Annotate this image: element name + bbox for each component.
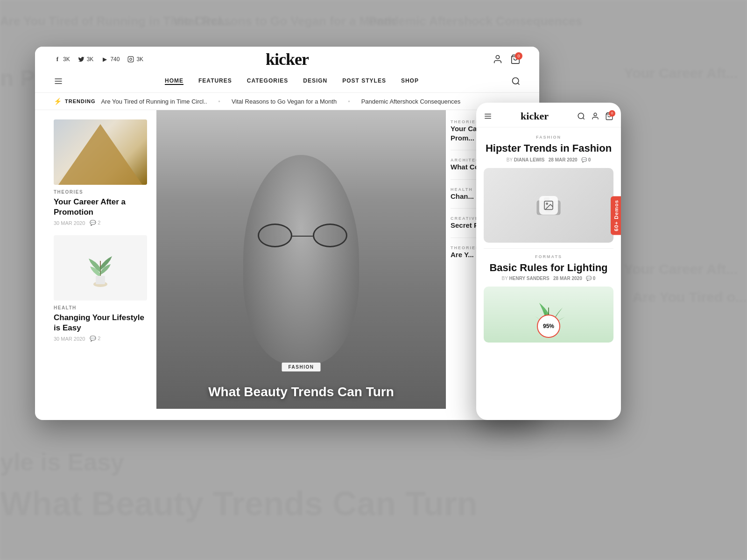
mobile-search-icon[interactable] [577,112,585,121]
demos-tab[interactable]: 60+ Demos [611,196,621,235]
cart-button[interactable]: 0 [510,54,521,64]
mobile-header: kicker 0 [476,103,621,127]
mobile-logo[interactable]: kicker [521,110,549,122]
mobile-plant-image[interactable]: 95% [484,287,613,343]
mobile-cart-count: 0 [609,110,615,117]
header-actions: 0 [493,54,521,64]
mobile-hamburger[interactable] [484,112,492,121]
social-links: f 3K 3K ▶ 740 3K [54,56,143,63]
article-category-theories: THEORIES [54,189,147,195]
comment-icon-career: 💬 2 [90,220,100,226]
hero-title: What Beauty Trends Can Turn [208,385,394,399]
svg-point-26 [546,203,548,204]
youtube-icon: ▶ [101,56,108,63]
trending-item-2[interactable]: Pandemic Aftershock Consequences [361,98,460,105]
mobile-user-icon[interactable] [591,112,599,121]
twitter-count: 3K [87,56,94,63]
content-area: THEORIES Your Career After a Promotion 3… [35,110,539,409]
svg-rect-10 [96,276,105,284]
site-logo[interactable]: kicker [266,49,309,69]
mobile-image-card[interactable] [484,168,613,243]
site-header: f 3K 3K ▶ 740 3K [35,47,539,93]
nav-shop[interactable]: SHOP [401,77,419,85]
main-nav: HOME FEATURES CATEGORIES DESIGN POST STY… [54,70,521,92]
youtube-count: 740 [110,56,120,63]
desktop-mockup: f 3K 3K ▶ 740 3K [35,47,539,420]
hero-badge: FASHION [282,363,321,371]
mobile-mockup: kicker 0 FASHION Hipster Trends in Fashi… [476,103,621,420]
percent-badge: 95% [537,315,560,338]
article-img-career[interactable] [54,119,147,185]
article-title-lifestyle[interactable]: Changing Your Lifestyle is Easy [54,313,147,333]
svg-line-15 [583,118,584,119]
mobile-date: 28 MAR 2020 [549,157,578,162]
facebook-icon: f [54,56,61,63]
header-top: f 3K 3K ▶ 740 3K [54,47,521,70]
nav-home[interactable]: HOME [165,77,183,85]
nav-links: HOME FEATURES CATEGORIES DESIGN POST STY… [74,77,509,85]
article-meta-lifestyle: 30 MAR 2020 💬 2 [54,336,147,342]
twitter-social[interactable]: 3K [78,56,94,63]
nav-post-styles[interactable]: POST STYLES [342,77,386,85]
article-date-career: 30 MAR 2020 [54,220,85,226]
search-button[interactable] [511,77,521,86]
article-category-health: HEALTH [54,305,147,310]
bg-text-2: Vital Reasons to Go Vegan for a Month [173,14,396,28]
percent-value: 95% [543,323,554,329]
mobile-cart-button[interactable]: 0 [605,112,613,121]
bg-text-5: yle is Easy [0,448,124,476]
trending-label: ⚡ TRENDING [54,98,95,105]
bg-text-8: Your Career Aft... [624,261,738,277]
mobile-comments-2: 0 [593,276,596,281]
mobile-author: DIANA LEWIS [514,157,545,162]
article-img-lifestyle[interactable] [54,235,147,301]
bg-text-6: What Beauty Trends Can Turn [0,484,478,523]
nav-features[interactable]: FEATURES [198,77,232,85]
youtube-social[interactable]: ▶ 740 [101,56,120,63]
mobile-featured-title[interactable]: Hipster Trends in Fashion [484,142,613,154]
bg-text-3: Pandemic Aftershock Consequences [369,14,582,28]
article-title-career[interactable]: Your Career After a Promotion [54,197,147,217]
arch-decoration [58,124,142,185]
cart-count: 0 [515,52,522,60]
mobile-formats-title[interactable]: Basic Rules for Lighting [484,262,613,274]
image-icon [543,200,554,211]
hamburger-menu[interactable] [54,77,63,86]
svg-point-16 [594,113,597,116]
article-card-career: THEORIES Your Career After a Promotion 3… [54,119,147,226]
article-date-lifestyle: 30 MAR 2020 [54,336,85,342]
sep-2: • [348,98,350,105]
mobile-author-2: HENRY SANDERS [509,276,550,281]
mobile-comments: 0 [588,157,591,162]
nav-design[interactable]: DESIGN [303,77,327,85]
twitter-icon [78,56,85,63]
svg-line-8 [518,83,520,85]
mobile-featured-meta: BY DIANA LEWIS 28 MAR 2020 💬 0 [484,157,613,162]
user-icon[interactable] [493,54,503,64]
center-hero[interactable]: FASHION What Beauty Trends Can Turn [156,110,446,409]
mobile-section-divider [484,248,613,249]
instagram-count: 3K [136,56,143,63]
trending-bar: ⚡ TRENDING Are You Tired of Running in T… [35,93,539,110]
trending-items: Are You Tired of Running in Time Circl..… [101,98,460,105]
instagram-social[interactable]: 3K [127,56,143,63]
hero-image: FASHION What Beauty Trends Can Turn [156,110,446,409]
mobile-date-2: 28 MAR 2020 [553,276,582,281]
svg-point-14 [578,113,584,119]
mobile-formats-meta: BY HENRY SANDERS 28 MAR 2020 💬 0 [484,276,613,281]
bg-text-9: Are You Tired o... [633,289,747,305]
trending-item-0[interactable]: Are You Tired of Running in Time Circl.. [101,98,207,105]
bg-text-7: Your Career Aft... [624,65,738,81]
facebook-count: 3K [63,56,70,63]
sep-1: • [218,98,220,105]
trending-text: TRENDING [65,98,95,104]
svg-point-7 [513,78,519,84]
nav-categories[interactable]: CATEGORIES [247,77,288,85]
article-meta-career: 30 MAR 2020 💬 2 [54,220,147,226]
plant-svg [82,247,119,289]
bolt-icon: ⚡ [54,98,62,105]
plant-decoration [54,235,147,301]
mobile-image-placeholder [484,168,613,243]
trending-item-1[interactable]: Vital Reasons to Go Vegan for a Month [232,98,337,105]
facebook-social[interactable]: f 3K [54,56,70,63]
